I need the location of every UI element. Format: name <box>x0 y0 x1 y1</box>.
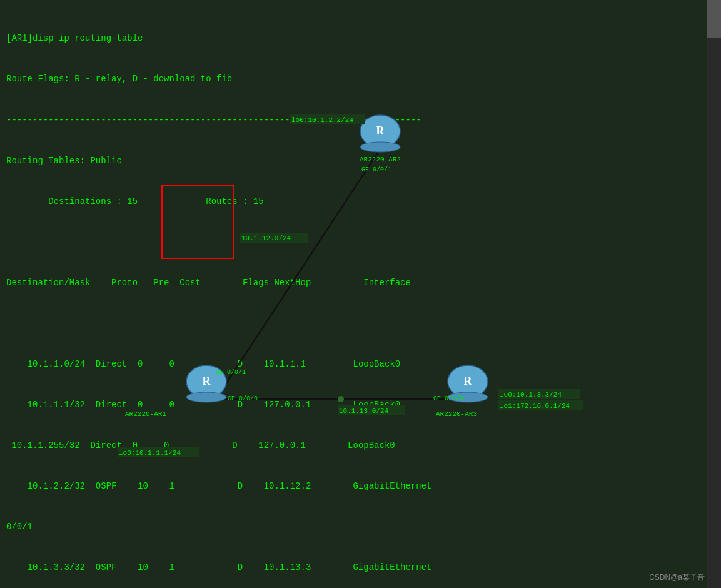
route-4: 10.1.2.2/32 OSPF 10 1 D 10.1.12.2 Gigabi… <box>6 480 700 494</box>
terminal-content: [AR1]disp ip routing-table Route Flags: … <box>6 5 700 588</box>
separator-line: ----------------------------------------… <box>6 114 700 128</box>
scrollbar[interactable] <box>707 0 721 588</box>
route-5: 10.1.3.3/32 OSPF 10 1 D 10.1.13.3 Gigabi… <box>6 561 700 575</box>
routing-table-header: Routing Tables: Public <box>6 155 700 168</box>
route-4b: 0/0/1 <box>6 520 700 534</box>
destinations-line: Destinations : 15 Routes : 15 <box>6 195 700 209</box>
terminal-window: [AR1]disp ip routing-table Route Flags: … <box>0 0 707 588</box>
blank-line <box>6 236 700 250</box>
route-2: 10.1.1.1/32 Direct 0 0 D 127.0.0.1 LoopB… <box>6 398 700 412</box>
blank-line2 <box>6 317 700 331</box>
watermark: CSDN@a某子音 <box>649 572 705 583</box>
route-3: 10.1.1.255/32 Direct 0 0 D 127.0.0.1 Loo… <box>6 439 700 453</box>
route-1: 10.1.1.0/24 Direct 0 0 D 10.1.1.1 LoopBa… <box>6 358 700 372</box>
route-flags-line: Route Flags: R - relay, D - download to … <box>6 73 700 86</box>
cmd-line: [AR1]disp ip routing-table <box>6 32 700 46</box>
scrollbar-thumb[interactable] <box>707 0 721 38</box>
col-headers: Destination/Mask Proto Pre Cost Flags Ne… <box>6 276 700 290</box>
